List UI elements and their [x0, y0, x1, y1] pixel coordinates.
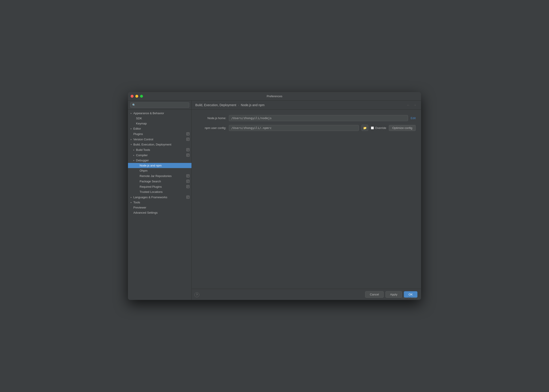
- chevron-right-icon: [130, 196, 132, 198]
- sidebar-item-ohpm[interactable]: Ohpm: [128, 168, 192, 173]
- breadcrumb-separator: ›: [238, 103, 239, 107]
- chevron-right-icon: [132, 154, 135, 156]
- settings-badge-icon: [186, 179, 190, 183]
- npm-config-row: npm user config: 📁 Override Optimize con…: [197, 125, 416, 131]
- cancel-button[interactable]: Cancel: [365, 291, 383, 298]
- sidebar-item-label: Previewer: [133, 206, 146, 209]
- sidebar-item-build-execution-deployment[interactable]: Build, Execution, Deployment: [128, 142, 192, 147]
- sidebar-item-languages-frameworks[interactable]: Languages & Frameworks: [128, 195, 192, 200]
- title-bar: Preferences: [128, 92, 421, 101]
- sidebar-item-label: Editor: [133, 127, 141, 130]
- nodejs-home-label: Node.js home:: [197, 116, 226, 120]
- sidebar-item-build-tools[interactable]: Build Tools: [128, 147, 192, 152]
- search-box: [128, 101, 192, 110]
- nav-arrows: ← →: [406, 103, 418, 107]
- sidebar-item-keymap[interactable]: Keymap: [128, 121, 192, 126]
- sidebar-item-remote-jar-repositories[interactable]: Remote Jar Repositories: [128, 173, 192, 179]
- nodejs-home-row: Node.js home: Edit: [197, 115, 416, 121]
- minimize-button[interactable]: [135, 95, 138, 98]
- help-button[interactable]: ?: [195, 292, 199, 297]
- sidebar-item-debugger[interactable]: Debugger: [128, 158, 192, 163]
- maximize-button[interactable]: [140, 95, 143, 98]
- sidebar-item-label: Required Plugins: [140, 185, 162, 189]
- npm-config-input[interactable]: [229, 125, 359, 131]
- sidebar-item-label: Languages & Frameworks: [133, 196, 167, 199]
- sidebar-item-version-control[interactable]: Version Control: [128, 137, 192, 142]
- bottom-bar: ? Cancel Apply OK CSDN @Zhongyi_Li: [192, 289, 421, 300]
- sidebar-item-label: Appearance & Behavior: [133, 112, 164, 115]
- sidebar-item-label: Remote Jar Repositories: [140, 174, 172, 178]
- override-group: Override: [371, 126, 386, 130]
- sidebar-item-label: Debugger: [136, 159, 149, 162]
- sidebar-item-plugins[interactable]: Plugins: [128, 131, 192, 137]
- sidebar-item-previewer[interactable]: Previewer: [128, 205, 192, 210]
- watermark: CSDN @Zhongyi_Li: [401, 297, 419, 299]
- main-content: Appearance & BehaviorSDKKeymapEditorPlug…: [128, 101, 421, 300]
- sidebar-item-trusted-locations[interactable]: Trusted Locations: [128, 189, 192, 195]
- sidebar-item-tools[interactable]: Tools: [128, 200, 192, 205]
- edit-link[interactable]: Edit: [411, 116, 416, 120]
- content-area: Build, Execution, Deployment › Node.js a…: [192, 101, 421, 300]
- window-title: Preferences: [267, 95, 282, 98]
- sidebar-tree: Appearance & BehaviorSDKKeymapEditorPlug…: [128, 110, 192, 300]
- nav-back-button[interactable]: ←: [406, 103, 411, 107]
- sidebar-item-label: Build Tools: [136, 148, 150, 152]
- sidebar-item-label: Ohpm: [140, 169, 147, 172]
- sidebar-item-label: Compiler: [136, 154, 148, 157]
- breadcrumb-parent: Build, Execution, Deployment: [195, 103, 236, 107]
- settings-badge-icon: [186, 137, 190, 141]
- content-body: Node.js home: Edit npm user config: 📁 Ov…: [192, 110, 421, 289]
- sidebar-item-required-plugins[interactable]: Required Plugins: [128, 184, 192, 189]
- chevron-right-icon: [130, 138, 132, 140]
- sidebar-item-sdk[interactable]: SDK: [128, 116, 192, 121]
- settings-badge-icon: [186, 132, 190, 136]
- sidebar-item-label: Node.js and npm: [140, 164, 161, 167]
- chevron-right-icon: [132, 148, 135, 151]
- sidebar-item-label: Build, Execution, Deployment: [133, 143, 171, 146]
- sidebar-item-package-search[interactable]: Package Search: [128, 179, 192, 184]
- nav-forward-button[interactable]: →: [412, 103, 418, 107]
- sidebar-item-advanced-settings[interactable]: Advanced Settings: [128, 210, 192, 215]
- sidebar-item-nodejs-and-npm[interactable]: Node.js and npm: [128, 163, 192, 168]
- sidebar-item-label: SDK: [136, 117, 142, 120]
- close-button[interactable]: [131, 95, 134, 98]
- chevron-down-icon: [130, 143, 132, 146]
- sidebar-item-label: Version Control: [133, 138, 153, 141]
- chevron-right-icon: [130, 127, 132, 130]
- optimize-config-button[interactable]: Optimize config: [389, 125, 416, 131]
- sidebar-item-label: Plugins: [133, 132, 143, 136]
- settings-badge-icon: [186, 148, 190, 152]
- nodejs-home-input[interactable]: [229, 115, 408, 121]
- settings-badge-icon: [186, 153, 190, 157]
- folder-browse-button[interactable]: 📁: [361, 125, 368, 131]
- sidebar-item-label: Advanced Settings: [133, 211, 158, 214]
- search-input[interactable]: [130, 102, 189, 108]
- override-label: Override: [375, 126, 386, 130]
- chevron-right-icon: [130, 201, 132, 204]
- settings-badge-icon: [186, 195, 190, 199]
- settings-badge-icon: [186, 185, 190, 189]
- chevron-right-icon: [132, 159, 135, 162]
- chevron-right-icon: [130, 112, 132, 115]
- sidebar-item-label: Package Search: [140, 180, 161, 183]
- breadcrumb-current: Node.js and npm: [241, 103, 265, 107]
- sidebar-item-label: Tools: [133, 201, 140, 204]
- content-header: Build, Execution, Deployment › Node.js a…: [192, 101, 421, 110]
- apply-button[interactable]: Apply: [385, 291, 402, 298]
- override-checkbox[interactable]: [371, 126, 374, 129]
- settings-badge-icon: [186, 174, 190, 178]
- npm-config-label: npm user config:: [197, 126, 226, 130]
- breadcrumb: Build, Execution, Deployment › Node.js a…: [195, 103, 264, 107]
- preferences-window: Preferences Appearance & BehaviorSDKKeym…: [128, 92, 421, 300]
- npm-config-group: 📁: [229, 125, 368, 131]
- sidebar-item-label: Trusted Locations: [140, 190, 163, 194]
- sidebar-item-compiler[interactable]: Compiler: [128, 152, 192, 158]
- sidebar-item-label: Keymap: [136, 122, 147, 125]
- sidebar-item-editor[interactable]: Editor: [128, 126, 192, 131]
- traffic-lights: [131, 95, 143, 98]
- sidebar-item-appearance-behavior[interactable]: Appearance & Behavior: [128, 111, 192, 116]
- sidebar: Appearance & BehaviorSDKKeymapEditorPlug…: [128, 101, 192, 300]
